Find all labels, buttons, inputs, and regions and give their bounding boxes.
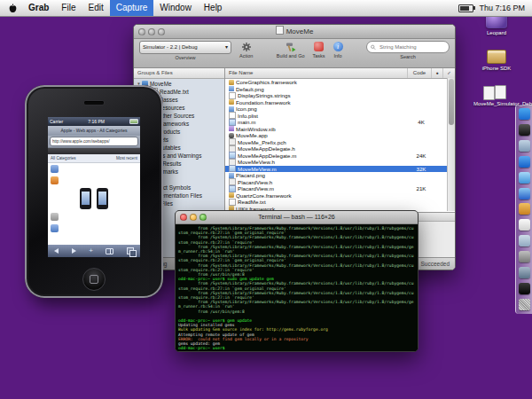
overview-popup[interactable]: Simulator - 2.2 | Debug▾ Overview: [139, 41, 231, 60]
table-row[interactable]: Info.plist: [225, 113, 455, 120]
xcode-titlebar[interactable]: MoveMe: [134, 25, 455, 39]
url-field[interactable]: [50, 137, 138, 146]
search-input[interactable]: [378, 43, 445, 51]
table-row[interactable]: MoveMeView.h: [225, 159, 455, 166]
column-file-name[interactable]: File Name: [225, 68, 408, 78]
menu-grab[interactable]: Grab: [22, 0, 55, 16]
file-name: MoveMeView.h: [238, 159, 410, 165]
table-row[interactable]: Placard.png✓: [225, 172, 455, 179]
table-row[interactable]: PlacardView.m21K✓: [225, 185, 455, 192]
dock-mail-icon[interactable]: [519, 140, 530, 152]
menubar-clock[interactable]: Thu 7:16 PM: [479, 4, 525, 12]
source-file-icon: [229, 185, 236, 192]
info-button[interactable]: i Info: [333, 41, 343, 59]
dock-iphoto-icon[interactable]: [519, 203, 530, 215]
webapp-thumbnail: [51, 165, 59, 173]
chevron-down-icon: ▾: [225, 43, 228, 52]
filter-all-categories[interactable]: All Categories: [51, 156, 76, 160]
column-target-membership[interactable]: ✓: [443, 68, 455, 78]
table-row[interactable]: Foundation.framework✓: [225, 99, 455, 106]
search-field[interactable]: [366, 41, 450, 53]
file-name: Foundation.framework: [236, 99, 410, 106]
dock-xcode-icon[interactable]: [519, 267, 530, 278]
menu-help[interactable]: Help: [198, 0, 229, 16]
table-row[interactable]: Icon.png✓: [225, 106, 455, 113]
table-row[interactable]: MoveMe_Prefix.pch: [225, 139, 455, 146]
apple-menu[interactable]: [4, 0, 22, 16]
webapp-list-item[interactable]: [48, 163, 140, 175]
forward-icon[interactable]: [72, 248, 76, 254]
home-square-icon: [90, 275, 98, 284]
menu-edit[interactable]: Edit: [82, 0, 109, 16]
terminal-line: from /System/Library/Frameworks/Ruby.fra…: [178, 281, 415, 290]
table-row[interactable]: Default.png✓: [225, 86, 455, 93]
webapp-list-item[interactable]: [48, 211, 140, 223]
table-row[interactable]: PlacardView.h: [225, 179, 455, 186]
terminal-output[interactable]: from /System/Library/Frameworks/Ruby.fra…: [176, 224, 418, 351]
table-row[interactable]: MainWindow.xib✓: [225, 126, 455, 133]
table-row[interactable]: MoveMeAppDelegate.m24K✓: [225, 153, 455, 160]
column-status[interactable]: ●: [432, 68, 443, 78]
filter-most-recent[interactable]: Most recent: [116, 156, 137, 160]
table-row[interactable]: CoreGraphics.framework✓: [225, 79, 455, 86]
minimize-button[interactable]: [190, 214, 197, 221]
iphone-earpiece: [84, 101, 104, 105]
image-file-icon: [229, 106, 234, 112]
iphone-device: Carrier 7:16 PM Apple - Web apps - All C…: [25, 85, 163, 298]
menu-capture[interactable]: Capture: [110, 0, 154, 16]
table-row[interactable]: QuartzCore.framework✓: [225, 192, 455, 200]
back-icon[interactable]: [54, 248, 59, 254]
sidebar-item-label: MoveMe: [150, 81, 172, 87]
dock-dashboard-icon[interactable]: [519, 124, 530, 136]
framework-file-icon: [229, 80, 234, 85]
close-button[interactable]: [180, 214, 187, 221]
dock-safari-icon[interactable]: [519, 156, 530, 168]
dock-terminal-icon[interactable]: [519, 283, 530, 294]
menu-file[interactable]: File: [55, 0, 82, 16]
safari-toolbar: +: [48, 245, 140, 257]
build-and-go-button[interactable]: Build and Go: [277, 41, 305, 59]
dock-system-preferences-icon[interactable]: [519, 251, 530, 262]
file-name: Placard.png: [236, 172, 410, 178]
action-button[interactable]: Action: [239, 41, 253, 59]
dock-finder-icon[interactable]: [519, 108, 530, 120]
zoom-button[interactable]: [158, 28, 165, 35]
column-code[interactable]: Code: [408, 68, 432, 78]
bookmarks-icon[interactable]: [106, 248, 113, 254]
iphone-screen: Carrier 7:16 PM Apple - Web apps - All C…: [48, 117, 140, 257]
table-row[interactable]: MoveMeAppDelegate.h: [225, 145, 455, 153]
iphone-thumbnail: [80, 188, 91, 209]
battery-icon[interactable]: [458, 4, 473, 12]
home-button[interactable]: [82, 268, 106, 291]
minimize-button[interactable]: [148, 28, 155, 35]
menu-window[interactable]: Window: [153, 0, 198, 16]
webapp-list-item[interactable]: [48, 175, 140, 186]
desktop-icon-package[interactable]: iPhone SDK: [475, 50, 518, 72]
zoom-button[interactable]: [200, 214, 207, 221]
app-file-icon: [229, 133, 234, 138]
pages-icon[interactable]: [127, 247, 134, 254]
dock-preview-icon[interactable]: [519, 235, 530, 246]
framework-file-icon: [229, 99, 234, 105]
table-row[interactable]: MoveMeView.m32K✓: [225, 166, 455, 173]
dock-ical-icon[interactable]: [519, 219, 530, 231]
tasks-button[interactable]: Tasks: [313, 41, 325, 59]
close-button[interactable]: [138, 28, 145, 35]
add-bookmark-icon[interactable]: +: [89, 247, 93, 254]
desktop-icon-label: iPhone SDK: [475, 66, 518, 72]
dock-trash-icon[interactable]: [519, 299, 530, 310]
table-row[interactable]: DisplayStrings.strings✓: [225, 92, 455, 99]
table-row[interactable]: main.m4K✓: [225, 119, 455, 126]
dock-ichat-icon[interactable]: [519, 172, 530, 184]
package-icon: [487, 50, 506, 64]
webapp-list-item[interactable]: [48, 223, 140, 234]
table-row[interactable]: ReadMe.txt: [225, 199, 455, 206]
source-file-icon: [229, 165, 236, 172]
terminal-titlebar[interactable]: Terminal — bash — 116×26: [176, 211, 418, 224]
document-proxy-icon: [276, 26, 284, 35]
dock-itunes-icon[interactable]: [519, 188, 530, 200]
desktop-icon-files[interactable]: MoveMe_Simulator_Debug: [473, 85, 516, 107]
table-row[interactable]: MoveMe.app: [225, 132, 455, 139]
file-list-scrollbar[interactable]: [447, 78, 455, 211]
window-controls: [176, 214, 207, 221]
